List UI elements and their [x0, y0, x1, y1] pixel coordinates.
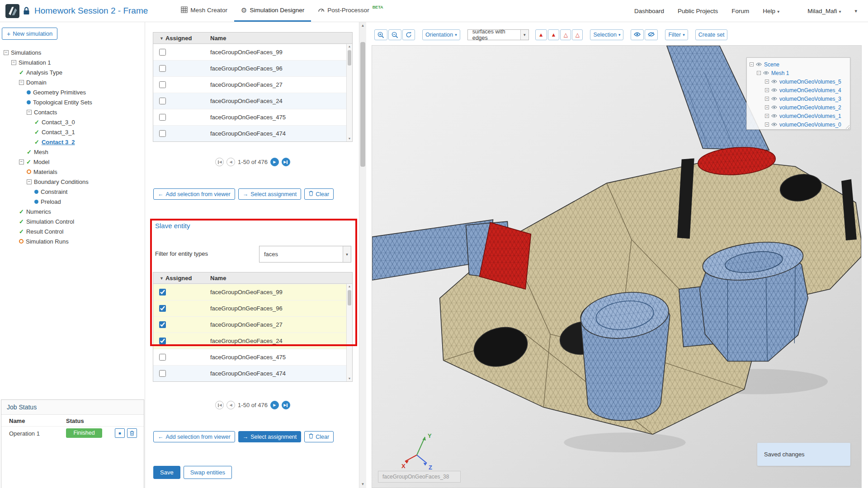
nav-forum[interactable]: Forum	[731, 8, 749, 14]
table-row[interactable]: faceGroupOnGeoFaces_99	[153, 44, 352, 60]
mesh-clip-button-3[interactable]: △	[560, 29, 571, 40]
scroll-up-icon[interactable]: ▲	[347, 284, 352, 289]
eye-icon[interactable]	[771, 105, 777, 109]
new-simulation-button[interactable]: + New simulation	[2, 28, 57, 40]
tree-item-model[interactable]: −✓Model	[0, 157, 145, 167]
first-page-button[interactable]: ◀	[215, 401, 224, 409]
header-collapse-caret-icon[interactable]: ▾	[854, 8, 857, 14]
scroll-down-icon[interactable]: ▼	[359, 481, 366, 488]
swap-entities-button[interactable]: Swap entities	[184, 466, 232, 479]
table-scrollbar[interactable]: ▲ ▼	[346, 44, 352, 141]
hide-selected-button[interactable]	[631, 29, 644, 40]
nav-help[interactable]: Help▾	[763, 8, 779, 14]
scroll-thumb[interactable]	[348, 50, 351, 66]
row-checkbox[interactable]	[159, 289, 166, 296]
expand-icon[interactable]: +	[765, 88, 769, 92]
stop-job-button[interactable]: ■	[115, 428, 125, 438]
tree-item-simulation-1[interactable]: −Simulation 1	[0, 57, 145, 67]
collapse-icon[interactable]: −	[4, 50, 9, 55]
assigned-column-header[interactable]: ▼ Assigned	[160, 35, 192, 42]
tree-item-domain[interactable]: −Domain	[0, 77, 145, 87]
scroll-down-icon[interactable]: ▼	[347, 136, 352, 141]
prev-page-button[interactable]: ◀	[226, 401, 235, 409]
tree-item-materials[interactable]: Materials	[0, 167, 145, 177]
prev-page-button[interactable]: ◀	[226, 158, 235, 166]
show-all-button[interactable]	[645, 29, 658, 40]
tree-item-simulations[interactable]: −Simulations	[0, 47, 145, 57]
tree-item-result-control[interactable]: ✓Result Control	[0, 226, 145, 236]
tree-item-contact-3-1[interactable]: ✓Contact_3_1	[0, 127, 145, 137]
zoom-in-button[interactable]	[374, 29, 387, 40]
tree-item-contact-3-0[interactable]: ✓Contact_3_0	[0, 117, 145, 127]
tab-post-processor[interactable]: Post-Processor BETA	[311, 0, 390, 22]
tree-item-geometry-primitives[interactable]: Geometry Primitives	[0, 87, 145, 97]
save-button[interactable]: Save	[153, 466, 180, 479]
app-logo-icon[interactable]	[5, 4, 19, 18]
scroll-thumb[interactable]	[360, 42, 365, 167]
panel-scrollbar[interactable]: ▲ ▼	[359, 22, 366, 488]
row-checkbox[interactable]	[159, 305, 166, 312]
scene-mesh-item[interactable]: − Mesh 1	[749, 69, 848, 77]
mesh-clip-button-2[interactable]: ▲	[548, 29, 560, 40]
collapse-icon[interactable]: −	[11, 60, 16, 65]
table-row[interactable]: faceGroupOnGeoFaces_96	[153, 60, 352, 76]
scene-item-volumeongeovolumes-5[interactable]: +volumeOnGeoVolumes_5	[749, 77, 848, 86]
eye-icon[interactable]	[771, 122, 777, 127]
table-row[interactable]: faceGroupOnGeoFaces_475	[153, 109, 352, 125]
expand-icon[interactable]: +	[765, 80, 769, 84]
eye-icon[interactable]	[763, 71, 769, 75]
table-row[interactable]: faceGroupOnGeoFaces_96	[153, 300, 352, 316]
row-checkbox[interactable]	[159, 354, 166, 361]
last-page-button[interactable]: ▶	[282, 401, 290, 409]
last-page-button[interactable]: ▶	[282, 158, 290, 166]
table-row[interactable]: faceGroupOnGeoFaces_474	[153, 365, 352, 381]
tree-item-analysis-type[interactable]: ✓Analysis Type	[0, 67, 145, 77]
name-column-header[interactable]: Name	[210, 275, 226, 282]
scene-item-volumeongeovolumes-2[interactable]: +volumeOnGeoVolumes_2	[749, 103, 848, 112]
tree-item-simulation-control[interactable]: ✓Simulation Control	[0, 216, 145, 226]
tree-item-contacts[interactable]: −Contacts	[0, 107, 145, 117]
create-set-button[interactable]: Create set	[695, 29, 728, 40]
tree-item-constraint[interactable]: Constraint	[0, 187, 145, 197]
first-page-button[interactable]: ◀	[215, 158, 224, 166]
select-assignment-button[interactable]: →Select assignment	[238, 431, 302, 442]
table-scrollbar[interactable]: ▲ ▼	[346, 284, 352, 381]
next-page-button[interactable]: ▶	[270, 158, 279, 166]
nav-public-projects[interactable]: Public Projects	[678, 8, 718, 14]
collapse-icon[interactable]: −	[757, 71, 761, 75]
tree-item-boundary-conditions[interactable]: −Boundary Conditions	[0, 177, 145, 187]
collapse-icon[interactable]: −	[27, 179, 32, 184]
name-column-header[interactable]: Name	[210, 35, 226, 42]
tab-simulation-designer[interactable]: ⚙ Simulation Designer	[234, 0, 311, 22]
table-row[interactable]: faceGroupOnGeoFaces_27	[153, 316, 352, 333]
row-checkbox[interactable]	[159, 114, 166, 121]
row-checkbox[interactable]	[159, 65, 166, 72]
collapse-icon[interactable]: −	[27, 110, 32, 115]
row-checkbox[interactable]	[159, 130, 166, 137]
tree-item-mesh[interactable]: ✓Mesh	[0, 147, 145, 157]
clear-button[interactable]: Clear	[304, 431, 334, 442]
expand-icon[interactable]: +	[765, 97, 769, 101]
scroll-thumb[interactable]	[348, 290, 351, 305]
tree-item-contact-3-2[interactable]: ✓Contact 3_2	[0, 137, 145, 147]
table-row[interactable]: faceGroupOnGeoFaces_475	[153, 349, 352, 365]
collapse-icon[interactable]: −	[19, 160, 24, 164]
tab-mesh-creator[interactable]: Mesh Creator	[174, 0, 234, 22]
row-checkbox[interactable]	[159, 338, 166, 344]
clear-button[interactable]: Clear	[304, 188, 334, 200]
expand-icon[interactable]: +	[765, 114, 769, 118]
nav-dashboard[interactable]: Dashboard	[634, 8, 664, 14]
table-row[interactable]: faceGroupOnGeoFaces_24	[153, 93, 352, 109]
scene-item-volumeongeovolumes-0[interactable]: +volumeOnGeoVolumes_0	[749, 120, 848, 129]
scene-item-volumeongeovolumes-3[interactable]: +volumeOnGeoVolumes_3	[749, 94, 848, 103]
row-checkbox[interactable]	[159, 370, 166, 377]
add-selection-button[interactable]: ←Add selection from viewer	[153, 431, 235, 442]
orientation-dropdown[interactable]: Orientation▾	[422, 29, 460, 40]
eye-icon[interactable]	[771, 114, 777, 118]
collapse-icon[interactable]: −	[750, 62, 754, 66]
part-cylinder-bolt[interactable]	[578, 287, 671, 421]
table-row[interactable]: faceGroupOnGeoFaces_27	[153, 76, 352, 93]
render-mode-select[interactable]: surfaces with edges ▾	[467, 29, 529, 40]
eye-icon[interactable]	[756, 62, 762, 66]
table-row[interactable]: faceGroupOnGeoFaces_24	[153, 333, 352, 349]
